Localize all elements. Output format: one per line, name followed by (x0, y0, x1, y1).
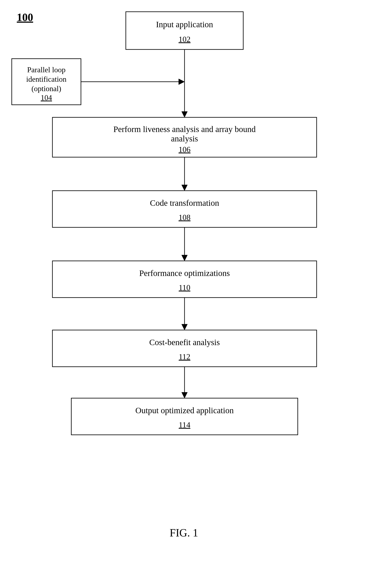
svg-rect-15 (52, 261, 317, 298)
svg-text:analysis: analysis (171, 134, 198, 143)
svg-text:Input application: Input application (156, 20, 213, 29)
svg-text:identification: identification (26, 75, 66, 83)
svg-marker-25 (182, 111, 187, 117)
svg-rect-18 (52, 330, 317, 367)
svg-text:FIG. 1: FIG. 1 (170, 527, 198, 539)
svg-text:Performance optimizations: Performance optimizations (139, 268, 230, 278)
svg-rect-12 (52, 191, 317, 227)
svg-marker-29 (182, 185, 187, 191)
svg-text:106: 106 (179, 145, 191, 154)
svg-text:114: 114 (179, 420, 190, 429)
svg-marker-27 (179, 79, 184, 85)
svg-marker-33 (182, 324, 187, 330)
svg-text:108: 108 (179, 213, 191, 222)
svg-text:(optional): (optional) (31, 84, 61, 93)
svg-text:100: 100 (17, 11, 33, 23)
svg-marker-31 (182, 255, 187, 261)
svg-text:Code transformation: Code transformation (150, 198, 219, 208)
svg-text:104: 104 (41, 93, 52, 102)
svg-text:Parallel loop: Parallel loop (27, 66, 66, 74)
svg-text:Output optimized application: Output optimized application (136, 406, 234, 415)
svg-text:102: 102 (179, 35, 191, 44)
svg-marker-35 (182, 392, 187, 398)
svg-rect-21 (71, 398, 298, 435)
svg-text:112: 112 (179, 352, 190, 361)
svg-text:110: 110 (179, 283, 190, 292)
svg-text:Perform liveness analysis and : Perform liveness analysis and array boun… (113, 125, 256, 134)
svg-rect-0 (126, 12, 243, 49)
flowchart-svg: Input application 102 Parallel loop iden… (0, 0, 368, 588)
svg-text:Cost-benefit analysis: Cost-benefit analysis (149, 338, 220, 347)
